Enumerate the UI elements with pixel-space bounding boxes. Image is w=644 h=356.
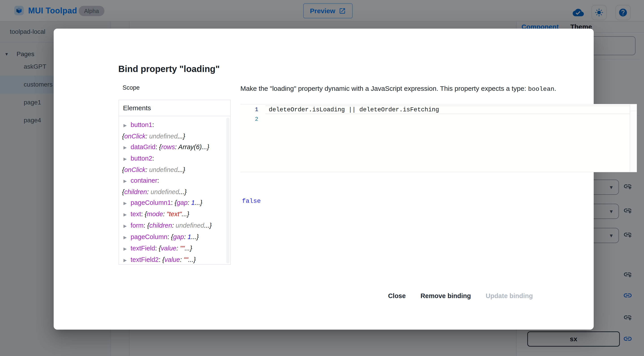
line-number: 2: [240, 114, 258, 124]
expand-arrow-icon[interactable]: ▶: [124, 176, 130, 186]
remove-binding-button[interactable]: Remove binding: [416, 289, 476, 303]
expand-arrow-icon[interactable]: ▶: [124, 255, 130, 265]
dialog-title: Bind property "loading": [118, 64, 220, 74]
tree-item-preview-line: {children: undefined...}: [122, 186, 224, 197]
tree-item-button1[interactable]: ▶button1:: [122, 120, 224, 131]
editor-scrollbar[interactable]: [630, 104, 637, 172]
expand-arrow-icon[interactable]: ▶: [124, 221, 130, 232]
expand-arrow-icon[interactable]: ▶: [124, 198, 130, 209]
tree-item-name: pageColumn: [130, 233, 167, 240]
line-number: 1: [240, 104, 258, 114]
scope-tree: ▶button1: {onClick: undefined...}▶dataGr…: [119, 116, 230, 265]
dialog-actions: Close Remove binding Update binding: [383, 289, 538, 303]
close-button[interactable]: Close: [383, 289, 410, 303]
scope-label: Scope: [122, 84, 140, 91]
toolpad-app: MUI Toolpad Alpha Preview: [0, 0, 644, 356]
editor-gutter: 1 2: [240, 104, 258, 124]
tree-item-preview: {rows: Array(6)...}: [159, 143, 209, 150]
tree-item-container[interactable]: ▶container:: [122, 175, 224, 186]
tree-item-pageColumn[interactable]: ▶pageColumn: {gap: 1...}: [122, 232, 224, 243]
expand-arrow-icon[interactable]: ▶: [124, 209, 130, 220]
update-binding-button[interactable]: Update binding: [481, 289, 538, 303]
description-period: .: [554, 85, 556, 92]
tree-item-pageColumn1[interactable]: ▶pageColumn1: {gap: 1...}: [122, 197, 224, 209]
tree-item-preview: {value: ""...}: [162, 256, 196, 263]
expand-arrow-icon[interactable]: ▶: [124, 120, 130, 131]
editor-code[interactable]: deleteOrder.isLoading || deleteOrder.isF…: [269, 104, 629, 114]
tree-item-dataGrid[interactable]: ▶dataGrid: {rows: Array(6)...}: [122, 142, 224, 153]
editor-scrollbar-corner: [630, 104, 637, 111]
tree-item-preview: {children: undefined...}: [122, 188, 187, 196]
tree-item-preview: {onClick: undefined...}: [122, 132, 185, 140]
expand-arrow-icon[interactable]: ▶: [124, 142, 130, 153]
tree-item-preview-line: {onClick: undefined...}: [122, 131, 224, 142]
elements-header: Elements: [119, 100, 230, 116]
tree-item-preview: {onClick: undefined...}: [122, 166, 185, 173]
scrollbar[interactable]: [226, 118, 230, 264]
js-expression-editor[interactable]: 1 2 deleteOrder.isLoading || deleteOrder…: [240, 104, 637, 172]
tree-item-preview: {mode: "text"...}: [145, 210, 190, 218]
tree-item-name: container: [130, 177, 157, 184]
tree-item-name: button2: [130, 155, 152, 162]
bind-property-dialog: Bind property "loading" Scope Elements ▶…: [54, 28, 594, 330]
tree-item-name: form: [130, 222, 144, 229]
tree-item-textField2[interactable]: ▶textField2: {value: ""...}: [122, 254, 224, 265]
tree-item-preview: {children: undefined...}: [147, 222, 212, 229]
tree-item-button2[interactable]: ▶button2:: [122, 153, 224, 164]
evaluated-result: false: [242, 198, 261, 204]
expand-arrow-icon[interactable]: ▶: [124, 244, 130, 254]
tree-item-preview: {gap: 1...}: [175, 199, 202, 206]
tree-item-name: textField: [130, 245, 155, 252]
expand-arrow-icon[interactable]: ▶: [124, 232, 130, 243]
code-line: deleteOrder.isLoading || deleteOrder.isF…: [269, 104, 629, 114]
description-type: boolean: [528, 86, 554, 92]
tree-item-preview: {gap: 1...}: [171, 233, 199, 240]
tree-item-name: text: [130, 210, 141, 218]
tree-item-preview: {value: ""...}: [159, 245, 192, 252]
tree-item-name: button1: [130, 121, 152, 128]
dialog-description: Make the "loading" property dynamic with…: [240, 85, 638, 92]
tree-item-form[interactable]: ▶form: {children: undefined...}: [122, 220, 224, 232]
scope-elements-panel: Elements ▶button1: {onClick: undefined..…: [118, 100, 231, 265]
tree-item-name: textField2: [130, 256, 159, 263]
tree-item-text[interactable]: ▶text: {mode: "text"...}: [122, 209, 224, 220]
description-text: Make the "loading" property dynamic with…: [240, 85, 528, 92]
tree-item-preview-line: {onClick: undefined...}: [122, 164, 224, 175]
tree-item-textField[interactable]: ▶textField: {value: ""...}: [122, 243, 224, 254]
tree-item-name: pageColumn1: [130, 199, 171, 206]
tree-item-name: dataGrid: [130, 143, 156, 150]
expand-arrow-icon[interactable]: ▶: [124, 154, 130, 164]
